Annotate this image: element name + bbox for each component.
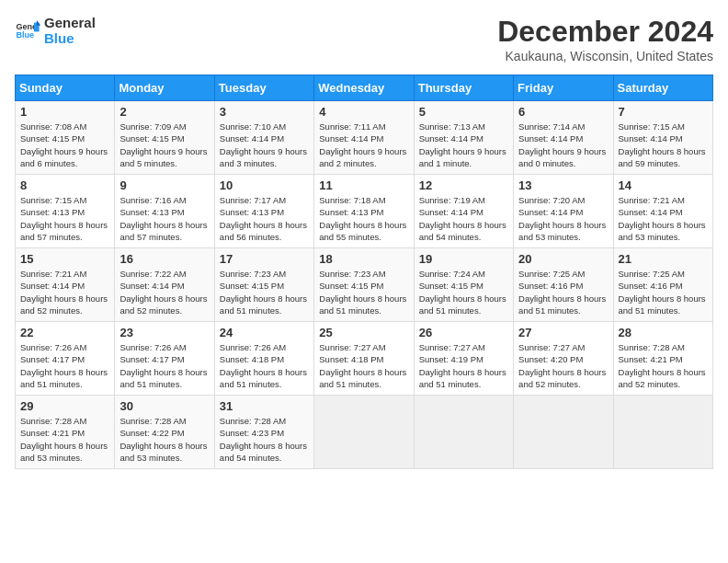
- calendar-day-cell: [314, 396, 414, 469]
- calendar-day-cell: 20Sunrise: 7:25 AMSunset: 4:16 PMDayligh…: [514, 248, 613, 322]
- svg-text:Blue: Blue: [16, 31, 34, 40]
- day-info: Sunrise: 7:27 AMSunset: 4:19 PMDaylight …: [419, 341, 508, 390]
- calendar-day-cell: 26Sunrise: 7:27 AMSunset: 4:19 PMDayligh…: [414, 322, 513, 396]
- day-number: 11: [319, 178, 408, 192]
- day-number: 12: [419, 178, 508, 192]
- logo: General Blue General Blue: [15, 15, 96, 47]
- calendar-day-cell: [613, 396, 712, 469]
- day-info: Sunrise: 7:21 AMSunset: 4:14 PMDaylight …: [619, 194, 708, 243]
- day-info: Sunrise: 7:26 AMSunset: 4:18 PMDaylight …: [220, 341, 309, 390]
- weekday-header: Tuesday: [214, 75, 313, 101]
- day-info: Sunrise: 7:26 AMSunset: 4:17 PMDaylight …: [119, 341, 209, 390]
- calendar-day-cell: 8Sunrise: 7:15 AMSunset: 4:13 PMDaylight…: [16, 175, 115, 248]
- logo-icon: General Blue: [15, 17, 40, 43]
- day-info: Sunrise: 7:19 AMSunset: 4:14 PMDaylight …: [419, 194, 508, 243]
- day-number: 23: [119, 326, 209, 339]
- day-info: Sunrise: 7:25 AMSunset: 4:16 PMDaylight …: [619, 268, 708, 316]
- day-number: 14: [619, 178, 708, 192]
- calendar-day-cell: 31Sunrise: 7:28 AMSunset: 4:23 PMDayligh…: [214, 396, 313, 469]
- weekday-header: Sunday: [16, 75, 115, 101]
- calendar-day-cell: 10Sunrise: 7:17 AMSunset: 4:13 PMDayligh…: [214, 175, 313, 248]
- calendar-table: SundayMondayTuesdayWednesdayThursdayFrid…: [15, 75, 713, 469]
- calendar-subtitle: Kaukauna, Wisconsin, United States: [497, 49, 713, 63]
- day-number: 19: [419, 252, 508, 266]
- day-number: 13: [518, 178, 608, 192]
- calendar-day-cell: 22Sunrise: 7:26 AMSunset: 4:17 PMDayligh…: [16, 322, 115, 396]
- weekday-header: Wednesday: [314, 75, 414, 101]
- calendar-day-cell: 12Sunrise: 7:19 AMSunset: 4:14 PMDayligh…: [414, 175, 513, 248]
- day-number: 3: [220, 105, 309, 119]
- day-info: Sunrise: 7:17 AMSunset: 4:13 PMDaylight …: [220, 194, 309, 243]
- day-info: Sunrise: 7:18 AMSunset: 4:13 PMDaylight …: [319, 194, 408, 243]
- day-info: Sunrise: 7:09 AMSunset: 4:15 PMDaylight …: [119, 121, 209, 169]
- day-number: 7: [619, 105, 708, 119]
- calendar-week-row: 8Sunrise: 7:15 AMSunset: 4:13 PMDaylight…: [16, 175, 713, 248]
- calendar-day-cell: 23Sunrise: 7:26 AMSunset: 4:17 PMDayligh…: [115, 322, 214, 396]
- day-number: 31: [220, 399, 309, 413]
- day-info: Sunrise: 7:20 AMSunset: 4:14 PMDaylight …: [518, 194, 608, 243]
- day-number: 5: [419, 105, 508, 119]
- calendar-header: SundayMondayTuesdayWednesdayThursdayFrid…: [16, 75, 713, 101]
- day-number: 24: [220, 326, 309, 339]
- weekday-header: Friday: [514, 75, 613, 101]
- day-info: Sunrise: 7:25 AMSunset: 4:16 PMDaylight …: [518, 268, 608, 316]
- calendar-week-row: 15Sunrise: 7:21 AMSunset: 4:14 PMDayligh…: [16, 248, 713, 322]
- day-number: 4: [319, 105, 408, 119]
- day-number: 25: [319, 326, 408, 339]
- calendar-day-cell: [414, 396, 513, 469]
- calendar-day-cell: 17Sunrise: 7:23 AMSunset: 4:15 PMDayligh…: [214, 248, 313, 322]
- calendar-day-cell: 27Sunrise: 7:27 AMSunset: 4:20 PMDayligh…: [514, 322, 613, 396]
- calendar-day-cell: 1Sunrise: 7:08 AMSunset: 4:15 PMDaylight…: [16, 101, 115, 175]
- calendar-day-cell: 16Sunrise: 7:22 AMSunset: 4:14 PMDayligh…: [115, 248, 214, 322]
- day-number: 17: [220, 252, 309, 266]
- calendar-week-row: 22Sunrise: 7:26 AMSunset: 4:17 PMDayligh…: [16, 322, 713, 396]
- calendar-day-cell: 21Sunrise: 7:25 AMSunset: 4:16 PMDayligh…: [613, 248, 712, 322]
- logo-name2: Blue: [44, 30, 96, 46]
- day-info: Sunrise: 7:28 AMSunset: 4:21 PMDaylight …: [619, 341, 708, 390]
- day-info: Sunrise: 7:15 AMSunset: 4:14 PMDaylight …: [619, 121, 708, 169]
- calendar-day-cell: 28Sunrise: 7:28 AMSunset: 4:21 PMDayligh…: [613, 322, 712, 396]
- logo-name1: General: [44, 15, 96, 30]
- day-info: Sunrise: 7:10 AMSunset: 4:14 PMDaylight …: [220, 121, 309, 169]
- day-number: 15: [20, 252, 109, 266]
- day-number: 9: [119, 178, 209, 192]
- day-info: Sunrise: 7:27 AMSunset: 4:18 PMDaylight …: [319, 341, 408, 390]
- day-number: 2: [119, 105, 209, 119]
- day-number: 21: [619, 252, 708, 266]
- calendar-day-cell: 29Sunrise: 7:28 AMSunset: 4:21 PMDayligh…: [16, 396, 115, 469]
- calendar-day-cell: 18Sunrise: 7:23 AMSunset: 4:15 PMDayligh…: [314, 248, 414, 322]
- day-number: 26: [419, 326, 508, 339]
- day-info: Sunrise: 7:16 AMSunset: 4:13 PMDaylight …: [119, 194, 209, 243]
- calendar-day-cell: 11Sunrise: 7:18 AMSunset: 4:13 PMDayligh…: [314, 175, 414, 248]
- calendar-title: December 2024: [497, 15, 713, 49]
- title-section: December 2024 Kaukauna, Wisconsin, Unite…: [497, 15, 713, 63]
- day-number: 27: [518, 326, 608, 339]
- day-number: 1: [20, 105, 109, 119]
- calendar-day-cell: 24Sunrise: 7:26 AMSunset: 4:18 PMDayligh…: [214, 322, 313, 396]
- day-info: Sunrise: 7:28 AMSunset: 4:21 PMDaylight …: [20, 415, 109, 464]
- calendar-day-cell: 3Sunrise: 7:10 AMSunset: 4:14 PMDaylight…: [214, 101, 313, 175]
- calendar-day-cell: 7Sunrise: 7:15 AMSunset: 4:14 PMDaylight…: [613, 101, 712, 175]
- calendar-day-cell: 2Sunrise: 7:09 AMSunset: 4:15 PMDaylight…: [115, 101, 214, 175]
- calendar-day-cell: 13Sunrise: 7:20 AMSunset: 4:14 PMDayligh…: [514, 175, 613, 248]
- day-number: 20: [518, 252, 608, 266]
- day-number: 6: [518, 105, 608, 119]
- calendar-day-cell: 25Sunrise: 7:27 AMSunset: 4:18 PMDayligh…: [314, 322, 414, 396]
- day-number: 8: [20, 178, 109, 192]
- calendar-day-cell: 4Sunrise: 7:11 AMSunset: 4:14 PMDaylight…: [314, 101, 414, 175]
- day-info: Sunrise: 7:27 AMSunset: 4:20 PMDaylight …: [518, 341, 608, 390]
- day-number: 18: [319, 252, 408, 266]
- day-info: Sunrise: 7:21 AMSunset: 4:14 PMDaylight …: [20, 268, 109, 316]
- day-number: 16: [119, 252, 209, 266]
- day-info: Sunrise: 7:28 AMSunset: 4:23 PMDaylight …: [220, 415, 309, 464]
- header: General Blue General Blue December 2024 …: [15, 15, 713, 63]
- calendar-day-cell: 15Sunrise: 7:21 AMSunset: 4:14 PMDayligh…: [16, 248, 115, 322]
- calendar-day-cell: 5Sunrise: 7:13 AMSunset: 4:14 PMDaylight…: [414, 101, 513, 175]
- calendar-week-row: 29Sunrise: 7:28 AMSunset: 4:21 PMDayligh…: [16, 396, 713, 469]
- day-info: Sunrise: 7:08 AMSunset: 4:15 PMDaylight …: [20, 121, 109, 169]
- calendar-day-cell: 30Sunrise: 7:28 AMSunset: 4:22 PMDayligh…: [115, 396, 214, 469]
- weekday-header: Saturday: [613, 75, 712, 101]
- weekday-header: Thursday: [414, 75, 513, 101]
- calendar-week-row: 1Sunrise: 7:08 AMSunset: 4:15 PMDaylight…: [16, 101, 713, 175]
- day-number: 22: [20, 326, 109, 339]
